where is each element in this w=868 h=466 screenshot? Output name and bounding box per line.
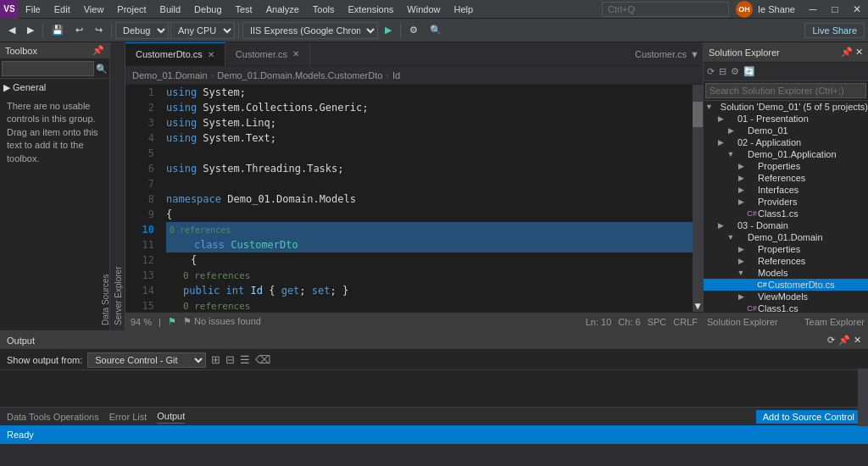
output-source-select[interactable]: Source Control - Git: [87, 352, 206, 368]
menu-project[interactable]: Project: [110, 0, 153, 18]
bottom-tab-errorlist[interactable]: Error List: [109, 410, 147, 424]
add-to-source-control-btn[interactable]: Add to Source Control: [756, 410, 861, 424]
output-scrollbar[interactable]: [858, 369, 868, 426]
toolbar-back[interactable]: ◀: [3, 23, 20, 37]
tree-label-1: 01 - Presentation: [737, 114, 868, 124]
code-area[interactable]: 1 2 3 4 5 6 7 8 9 10 11 12 13 14 15 16 1…: [125, 85, 703, 312]
editor-scrollbar[interactable]: [693, 85, 703, 312]
tree-item-13[interactable]: ▶ References: [704, 255, 868, 267]
minimize-button[interactable]: ─: [802, 0, 824, 19]
tree-item-9[interactable]: C# Class1.cs: [704, 208, 868, 219]
editor-tab-customer[interactable]: Customer.cs ✕: [225, 42, 310, 66]
tree-arrow-8: ▶: [736, 197, 746, 206]
issues-label[interactable]: ⚑ No issues found: [183, 316, 261, 327]
menu-build[interactable]: Build: [153, 0, 187, 18]
output-header-btns: ⟳ 📌 ✕: [827, 335, 861, 346]
tree-item-17[interactable]: C# Class1.cs: [704, 302, 868, 312]
menu-test[interactable]: Test: [229, 0, 259, 18]
close-button[interactable]: ✕: [846, 0, 868, 19]
tree-item-10[interactable]: ▶ 03 - Domain: [704, 219, 868, 231]
run-button[interactable]: ▶: [380, 23, 397, 37]
tree-item-2[interactable]: ▶ Demo_01: [704, 125, 868, 136]
tree-item-5[interactable]: ▶ Properties: [704, 160, 868, 172]
menu-edit[interactable]: Edit: [47, 0, 77, 18]
code-line-11: {: [166, 252, 703, 268]
tree-arrow-16: ▶: [736, 292, 746, 301]
platform-select[interactable]: Any CPU: [170, 22, 235, 39]
toolbox-general-label[interactable]: ▶ General: [3, 82, 106, 93]
output-tb-icon4[interactable]: ⌫: [255, 353, 270, 366]
editor-status-bar: 94 % | ⚑ ⚑ No issues found Ln: 10 Ch: 6 …: [125, 312, 703, 330]
tree-item-8[interactable]: ▶ Providers: [704, 196, 868, 208]
tree-item-4[interactable]: ▼ Demo_01.Application: [704, 148, 868, 160]
output-icon1[interactable]: ⟳: [827, 335, 835, 346]
menu-view[interactable]: View: [77, 0, 111, 18]
breadcrumb-part1[interactable]: Demo_01.Domain: [132, 70, 208, 80]
menu-extensions[interactable]: Extensions: [342, 0, 401, 18]
git-status: Ready: [7, 430, 34, 440]
output-tb-icon1[interactable]: ⊞: [211, 353, 220, 366]
toolbox-search-input[interactable]: [2, 61, 94, 76]
menu-window[interactable]: Window: [400, 0, 447, 18]
launch-select[interactable]: IIS Express (Google Chrome): [242, 22, 378, 39]
code-content[interactable]: using System; using System.Collections.G…: [159, 85, 703, 312]
dropdown-icon[interactable]: ▼: [690, 49, 699, 59]
tree-item-11[interactable]: ▼ Demo_01.Domain: [704, 231, 868, 243]
tree-item-12[interactable]: ▶ Properties: [704, 243, 868, 255]
se-tb-collapse[interactable]: ⊟: [717, 66, 728, 77]
bottom-tab-output[interactable]: Output: [157, 409, 185, 424]
se-bottom-team-explorer[interactable]: Team Explorer: [804, 317, 865, 327]
tree-item-16[interactable]: ▶ ViewModels: [704, 291, 868, 302]
menu-help[interactable]: Help: [447, 0, 480, 18]
output-panel: Output ⟳ 📌 ✕ Show output from: Source Co…: [0, 330, 868, 407]
se-tb-props[interactable]: ⚙: [729, 66, 741, 77]
menu-tools[interactable]: Tools: [306, 0, 342, 18]
editor-tab-customer-close[interactable]: ✕: [292, 49, 299, 58]
scrollbar-down-arrow[interactable]: ▼: [693, 300, 703, 312]
editor-tabs: CustomerDto.cs ✕ Customer.cs ✕ Customer.…: [125, 42, 703, 66]
toolbar-misc1[interactable]: ⚙: [404, 23, 423, 37]
vert-tab-data[interactable]: Data Sources: [99, 42, 112, 330]
editor-tab-customerdto[interactable]: CustomerDto.cs ✕: [125, 42, 225, 66]
menu-analyze[interactable]: Analyze: [259, 0, 306, 18]
scrollbar-thumb[interactable]: [693, 102, 703, 127]
menu-file[interactable]: File: [19, 0, 47, 18]
tree-item-14[interactable]: ▼ Models: [704, 267, 868, 279]
tree-item-3[interactable]: ▶ 02 - Application: [704, 136, 868, 148]
output-pin-icon[interactable]: 📌: [838, 335, 850, 346]
maximize-button[interactable]: □: [824, 0, 846, 19]
se-tb-sync[interactable]: ⟳: [705, 66, 716, 77]
solution-explorer-panel: Solution Explorer 📌 ✕ ⟳ ⊟ ⚙ 🔄 ▼ Solution…: [703, 42, 868, 330]
vert-tab-server[interactable]: Server Explorer: [112, 42, 125, 330]
toolbar-misc2[interactable]: 🔍: [425, 23, 447, 37]
tree-item-0[interactable]: ▼ Solution 'Demo_01' (5 of 5 projects): [704, 101, 868, 113]
tree-item-7[interactable]: ▶ Interfaces: [704, 184, 868, 196]
zoom-level[interactable]: 94 %: [131, 317, 152, 327]
global-search-input[interactable]: [602, 2, 729, 17]
se-tb-refresh[interactable]: 🔄: [742, 66, 757, 77]
editor-tab-customerdto-close[interactable]: ✕: [208, 50, 214, 59]
output-tb-icon3[interactable]: ☰: [240, 353, 250, 366]
toolbar-undo[interactable]: ↩: [70, 23, 88, 37]
editor-tab-customer-label: Customer.cs: [236, 49, 287, 59]
toolbar-save[interactable]: 💾: [47, 23, 69, 37]
se-bottom-solution-explorer[interactable]: Solution Explorer: [707, 317, 778, 327]
breadcrumb-part2[interactable]: Demo_01.Domain.Models.CustomerDto: [217, 70, 382, 80]
output-close-icon[interactable]: ✕: [854, 335, 861, 346]
breadcrumb-part3[interactable]: Id: [392, 70, 400, 80]
tree-label-4: Demo_01.Application: [748, 149, 868, 159]
se-close-icon[interactable]: ✕: [855, 47, 863, 58]
se-pin-icon[interactable]: 📌: [841, 47, 853, 58]
toolbar-forward[interactable]: ▶: [22, 23, 39, 37]
live-share-button[interactable]: Live Share: [804, 23, 865, 38]
tree-label-6: References: [758, 173, 868, 183]
tree-item-6[interactable]: ▶ References: [704, 172, 868, 184]
output-tb-icon2[interactable]: ⊟: [225, 353, 235, 366]
tree-item-1[interactable]: ▶ 01 - Presentation: [704, 113, 868, 125]
toolbar-redo[interactable]: ↪: [90, 23, 108, 37]
debug-config-select[interactable]: Debug: [115, 22, 169, 39]
menu-debug[interactable]: Debug: [187, 0, 228, 18]
se-search-input[interactable]: [705, 83, 866, 98]
tree-item-15[interactable]: C# CustomerDto.cs: [704, 279, 868, 291]
bottom-tab-datatools[interactable]: Data Tools Operations: [7, 410, 99, 424]
